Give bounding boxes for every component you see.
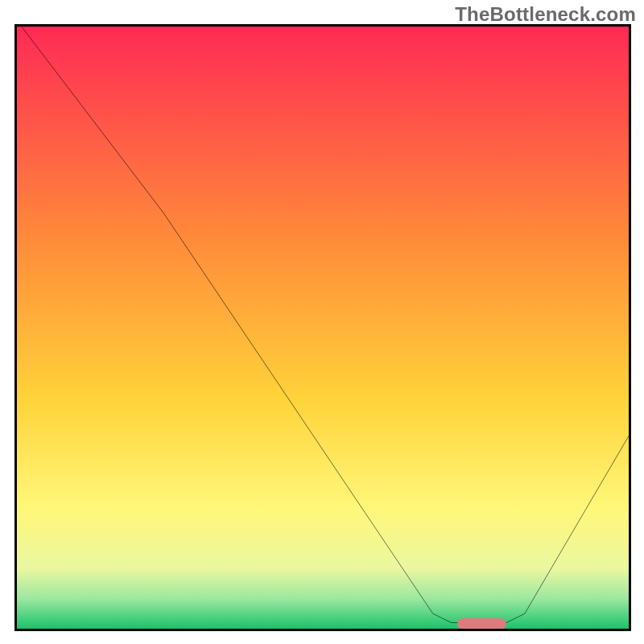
chart-plot-area <box>14 24 631 631</box>
watermark-text: TheBottleneck.com <box>455 3 636 26</box>
chart-line-curve <box>17 27 629 629</box>
chart-marker-pill <box>457 618 506 630</box>
